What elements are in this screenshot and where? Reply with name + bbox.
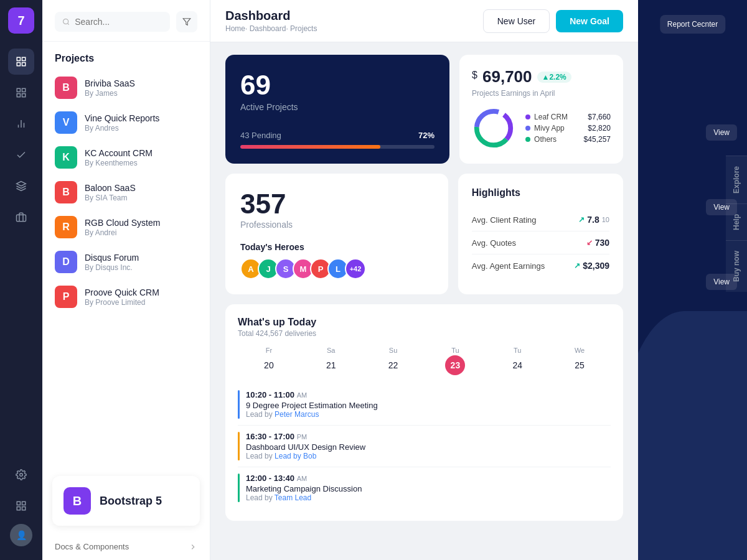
chevron-right-icon <box>189 543 197 551</box>
user-avatar[interactable]: 👤 <box>10 524 32 546</box>
report-center-button[interactable]: Report Cecnter <box>660 15 725 34</box>
nav-icon-briefcase[interactable] <box>8 204 34 230</box>
highlight-row: Avg. Quotes ↙ 730 <box>472 231 609 254</box>
view-button-1[interactable]: View <box>706 124 737 141</box>
project-item[interactable]: B Briviba SaaS By James <box>42 70 210 105</box>
legend-label: Others <box>534 135 557 144</box>
nav-icon-layers[interactable] <box>8 173 34 199</box>
docs-link[interactable]: Docs & Components <box>55 542 129 551</box>
right-panel-tab[interactable]: Explore <box>726 156 747 203</box>
project-logo: K <box>55 146 77 169</box>
day-number: 25 <box>570 355 590 375</box>
project-item[interactable]: R RGB Cloud System By Andrei <box>42 210 210 245</box>
legend-value: $45,257 <box>584 135 611 144</box>
trend-icon: ↙ <box>586 238 593 247</box>
highlight-row: Avg. Agent Earnings ↗ $2,309 <box>472 254 609 277</box>
top-bar: Dashboard Home· Dashboard· Projects New … <box>210 0 638 42</box>
calendar-card: What's up Today Total 424,567 deliveries… <box>225 304 623 521</box>
calendar-day[interactable]: Sa 21 <box>321 347 341 375</box>
event-name: Dashboard UI/UX Design Review <box>246 442 365 452</box>
svg-rect-3 <box>22 63 26 66</box>
project-author: By Andrei <box>85 228 160 237</box>
project-info: Disqus Forum By Disqus Inc. <box>85 253 139 272</box>
project-item[interactable]: B Baloon SaaS By SIA Team <box>42 175 210 210</box>
earnings-subtitle: Projects Earnings in April <box>472 89 611 98</box>
event-person-link[interactable]: Peter Marcus <box>275 410 319 419</box>
day-number: 23 <box>445 355 465 375</box>
event-body: 16:30 - 17:00 PM Dashboard UI/UX Design … <box>246 432 365 460</box>
project-logo: P <box>55 286 77 308</box>
project-author: By Proove Limited <box>85 298 159 307</box>
event-ampm: AM <box>297 391 308 399</box>
new-user-button[interactable]: New User <box>483 9 550 33</box>
calendar-day[interactable]: Fr 20 <box>259 347 279 375</box>
nav-icon-settings[interactable] <box>8 462 34 488</box>
nav-icon-check[interactable] <box>8 142 34 168</box>
project-logo: R <box>55 216 77 238</box>
project-item[interactable]: K KC Account CRM By Keenthemes <box>42 140 210 175</box>
svg-point-18 <box>63 19 68 24</box>
svg-rect-7 <box>22 94 26 97</box>
highlight-label: Avg. Quotes <box>472 238 516 248</box>
page-title: Dashboard <box>225 9 317 23</box>
project-author: By SIA Team <box>85 194 136 202</box>
right-panel-tab[interactable]: Help <box>726 203 747 240</box>
project-item[interactable]: D Disqus Forum By Disqus Inc. <box>42 245 210 279</box>
row-3: What's up Today Total 424,567 deliveries… <box>225 304 623 521</box>
nav-icon-dashboard[interactable] <box>8 49 34 75</box>
svg-rect-17 <box>22 507 26 510</box>
hero-avatar-more: +42 <box>345 258 366 279</box>
highlights-list: Avg. Client Rating ↗ 7.8 10 Avg. Quotes … <box>472 208 609 277</box>
nav-icon-grid2[interactable] <box>8 493 34 519</box>
svg-rect-1 <box>22 57 26 60</box>
legend-dot <box>525 114 530 119</box>
event-line <box>238 390 240 419</box>
progress-bar-fill <box>240 145 380 149</box>
day-number: 21 <box>321 355 341 375</box>
svg-rect-15 <box>22 502 26 505</box>
event-lead: Lead by Team Lead <box>246 493 362 502</box>
new-goal-button[interactable]: New Goal <box>556 10 623 32</box>
projects-list: B Briviba SaaS By James V Vine Quick Rep… <box>42 70 210 314</box>
project-logo: B <box>55 181 77 203</box>
search-box[interactable] <box>55 12 170 32</box>
project-item[interactable]: V Vine Quick Reports By Andres <box>42 105 210 140</box>
day-name: Tu <box>514 347 521 354</box>
project-author: By Disqus Inc. <box>85 263 139 272</box>
search-input[interactable] <box>75 17 162 27</box>
calendar-day[interactable]: Tu 23 <box>445 347 465 375</box>
calendar-day[interactable]: Tu 24 <box>507 347 527 375</box>
svg-rect-0 <box>17 57 20 60</box>
day-number: 22 <box>383 355 403 375</box>
calendar-event: 16:30 - 17:00 PM Dashboard UI/UX Design … <box>238 426 611 467</box>
svg-rect-16 <box>17 507 20 510</box>
search-icon <box>62 17 70 26</box>
event-line <box>238 474 240 502</box>
calendar-day[interactable]: We 25 <box>570 347 590 375</box>
legend-value: $7,660 <box>588 113 611 121</box>
row-1: 69 Active Projects 43 Pending 72% $ 69,7… <box>225 55 623 164</box>
right-panel-tab[interactable]: Buy now <box>726 240 747 292</box>
trend-icon: ↗ <box>578 215 585 224</box>
professionals-number: 357 <box>240 189 433 220</box>
day-name: Su <box>389 347 397 354</box>
legend-label: Mivy App <box>534 124 565 133</box>
nav-icon-grid[interactable] <box>8 80 34 106</box>
highlight-label: Avg. Agent Earnings <box>472 261 545 271</box>
event-ampm: PM <box>297 433 308 441</box>
project-item[interactable]: P Proove Quick CRM By Proove Limited <box>42 279 210 314</box>
projects-label: Projects <box>42 42 210 70</box>
bootstrap-icon: B <box>63 487 91 515</box>
legend-item: Leaf CRM $7,660 <box>525 113 611 121</box>
event-person-link[interactable]: Lead by Bob <box>275 452 316 460</box>
nav-icon-chart[interactable] <box>8 111 34 137</box>
filter-button[interactable] <box>176 11 197 32</box>
event-person-link[interactable]: Team Lead <box>275 493 311 502</box>
calendar-day[interactable]: Su 22 <box>383 347 403 375</box>
project-name: Disqus Forum <box>85 253 139 263</box>
trend-icon: ↗ <box>574 261 580 270</box>
project-name: Vine Quick Reports <box>85 113 159 123</box>
calendar-event: 10:20 - 11:00 AM 9 Degree Project Estima… <box>238 384 611 426</box>
highlight-row: Avg. Client Rating ↗ 7.8 10 <box>472 208 609 231</box>
active-projects-number: 69 <box>240 70 435 101</box>
